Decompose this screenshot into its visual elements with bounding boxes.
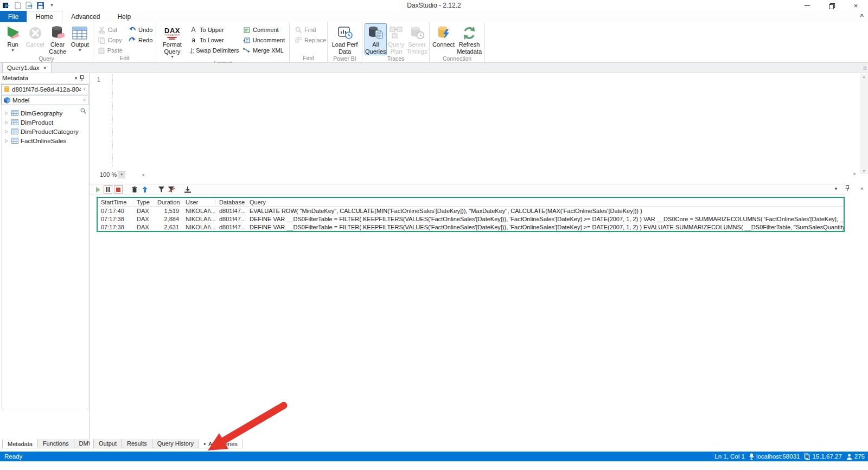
tree-item-dimproductcategory[interactable]: ▷ DimProductCategory	[2, 127, 88, 136]
column-header-duration[interactable]: Duration	[154, 199, 182, 205]
column-header-user[interactable]: User	[182, 199, 216, 205]
hscroll-left-icon[interactable]: ◂	[142, 172, 144, 177]
cell-type: DAX	[133, 216, 154, 222]
tab-help[interactable]: Help	[108, 11, 139, 22]
tab-advanced[interactable]: Advanced	[62, 11, 108, 22]
format-query-button[interactable]: DAX FORMATTER Format Query ▾	[158, 23, 186, 60]
save-icon[interactable]	[36, 2, 44, 10]
tab-home[interactable]: Home	[27, 11, 62, 22]
load-perf-data-icon	[337, 25, 353, 41]
trace-pane-close-icon[interactable]: ×	[858, 186, 866, 191]
model-select[interactable]: Model ˅	[1, 95, 88, 105]
model-select-chevron-icon[interactable]: ˅	[83, 98, 86, 102]
tree-expand-icon[interactable]: ▷	[5, 111, 9, 115]
clear-cache-icon	[50, 25, 65, 41]
connect-button[interactable]: Connect	[432, 23, 455, 55]
tab-query-history[interactable]: Query History	[152, 439, 199, 448]
database-select[interactable]: d801f47d-5e8d-412a-804c ˅	[1, 84, 88, 94]
comment-button[interactable]: Comment	[240, 25, 287, 34]
vscroll-down-icon[interactable]: ▾	[860, 169, 868, 173]
close-button[interactable]: ×	[844, 0, 868, 11]
trace-stop-icon[interactable]	[114, 185, 123, 194]
zoom-level: 100 %	[100, 171, 117, 178]
zoom-control[interactable]: 100 % ▾	[100, 171, 125, 178]
tab-metadata[interactable]: Metadata	[2, 439, 38, 448]
editor-vscrollbar[interactable]: ▴ ▾	[860, 74, 868, 174]
trace-toolbar	[90, 184, 846, 195]
user-count-value: 275	[854, 453, 865, 460]
ribbon-tab-bar: File Home Advanced Help	[0, 11, 868, 22]
open-file-icon[interactable]	[25, 2, 33, 10]
trace-row-2[interactable]: 07:17:38 DAX 2,884 NIKOLAI\... d801f47..…	[98, 215, 844, 223]
clear-filter-icon[interactable]	[167, 185, 176, 194]
minimize-button[interactable]	[795, 0, 819, 11]
column-header-type[interactable]: Type	[133, 199, 154, 205]
trace-copy-up-icon[interactable]	[141, 185, 149, 194]
merge-xml-button[interactable]: Merge XML	[240, 46, 287, 55]
load-perf-data-button[interactable]: Load Perf Data	[330, 23, 360, 55]
cell-type: DAX	[133, 208, 154, 214]
pin-icon[interactable]	[80, 75, 87, 81]
trace-play-icon[interactable]	[93, 185, 102, 194]
export-icon[interactable]	[183, 185, 192, 194]
swap-delimiters-button[interactable]: ,|; Swap Delimiters	[187, 46, 239, 55]
trace-clear-icon[interactable]	[130, 185, 139, 194]
vscroll-up-icon[interactable]: ▴	[860, 74, 868, 79]
trace-pane-pin-icon[interactable]	[845, 185, 853, 191]
tab-results[interactable]: Results	[122, 439, 152, 448]
run-dropdown-icon[interactable]: ▾	[12, 48, 14, 53]
tree-item-factonlinesales[interactable]: ▷ FactOnlineSales	[2, 136, 88, 145]
all-queries-button[interactable]: All Queries	[365, 23, 387, 55]
to-lower-button[interactable]: a To Lower	[187, 36, 239, 44]
document-tab-close-icon[interactable]: ×	[43, 65, 46, 71]
output-button[interactable]: Output ▾	[69, 23, 91, 55]
qat-dropdown-icon[interactable]: ▾	[48, 2, 56, 10]
filter-icon[interactable]	[157, 185, 165, 194]
redo-icon	[128, 36, 136, 44]
hscroll-right-icon[interactable]: ▸	[853, 171, 856, 176]
panel-dropdown-icon[interactable]: ▾	[72, 75, 80, 81]
tree-expand-icon[interactable]: ▷	[5, 129, 9, 134]
to-upper-button[interactable]: A To Upper	[187, 25, 239, 34]
tree-item-dimproduct[interactable]: ▷ DimProduct	[2, 118, 88, 127]
trace-row-1[interactable]: 07:17:40 DAX 1,519 NIKOLAI\... d801f47..…	[98, 207, 844, 215]
refresh-metadata-button[interactable]: Refresh Metadata	[456, 23, 482, 55]
cell-starttime: 07:17:40	[98, 208, 133, 214]
query-editor[interactable]: 1	[90, 73, 838, 181]
cell-database: d801f47...	[216, 208, 246, 214]
restore-button[interactable]	[819, 0, 844, 11]
column-header-database[interactable]: Database	[216, 199, 246, 205]
group-label-traces: Traces	[365, 55, 427, 63]
tab-all-queries[interactable]: ▸ All Queries	[199, 439, 243, 448]
new-file-icon[interactable]	[14, 2, 22, 10]
tab-output[interactable]: Output	[93, 439, 122, 448]
undo-button[interactable]: Undo	[126, 25, 155, 34]
cancel-icon	[28, 25, 42, 41]
output-dropdown-icon[interactable]: ▾	[79, 48, 81, 53]
zoom-dropdown-icon[interactable]: ▾	[118, 171, 125, 178]
tree-item-dimgeography[interactable]: ▷ DimGeography	[2, 108, 88, 118]
database-select-chevron-icon[interactable]: ˅	[83, 87, 86, 92]
collapse-ribbon-icon[interactable]: ^	[860, 13, 864, 20]
all-queries-tab-label: All Queries	[208, 441, 238, 447]
splitter-icon[interactable]: ≡	[864, 65, 867, 71]
tab-file[interactable]: File	[0, 11, 27, 22]
document-tab-query1[interactable]: Query1.dax ×	[2, 62, 52, 73]
uncomment-button[interactable]: Uncomment	[240, 36, 287, 44]
column-header-query[interactable]: Query	[246, 199, 844, 205]
redo-button[interactable]: Redo	[126, 36, 155, 44]
search-icon[interactable]	[80, 108, 86, 114]
format-query-dropdown-icon[interactable]: ▾	[171, 55, 173, 59]
ribbon-group-edit: Cut Copy Paste Undo Redo	[93, 22, 156, 62]
tab-functions[interactable]: Functions	[37, 439, 74, 448]
clear-cache-button[interactable]: Clear Cache	[47, 23, 68, 55]
trace-pause-icon[interactable]	[104, 185, 112, 194]
tree-expand-icon[interactable]: ▷	[5, 138, 9, 143]
column-header-starttime[interactable]: StartTime	[98, 199, 133, 205]
tree-expand-icon[interactable]: ▷	[5, 120, 9, 125]
run-button[interactable]: Run ▾	[2, 23, 23, 55]
swap-delimiters-icon: ,|;	[189, 47, 194, 54]
cell-query: DEFINE VAR __DS0FilterTable = FILTER( KE…	[246, 224, 844, 230]
trace-row-3[interactable]: 07:17:38 DAX 2,631 NIKOLAI\... d801f47..…	[98, 223, 844, 231]
trace-pane-dropdown-icon[interactable]: ▾	[832, 186, 840, 191]
